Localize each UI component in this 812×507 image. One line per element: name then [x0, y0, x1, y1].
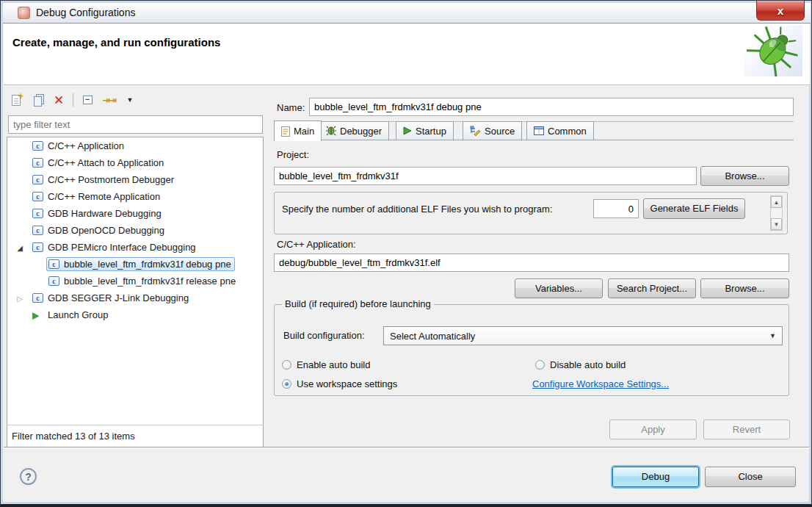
radio-unchecked-icon[interactable]	[535, 360, 545, 370]
radio-label: Use workspace settings	[297, 378, 397, 389]
name-label: Name:	[277, 102, 305, 113]
revert-button[interactable]: Revert	[703, 420, 790, 439]
variables-button[interactable]: Variables...	[515, 278, 603, 298]
application-input[interactable]	[274, 254, 789, 272]
expanded-arrow-icon[interactable]: ◢	[17, 244, 23, 252]
tree-item-label: GDB SEGGER J-Link Debugging	[48, 292, 189, 303]
tree-item-label: GDB PEMicro Interface Debugging	[48, 242, 196, 253]
close-button[interactable]: Close	[705, 467, 796, 487]
disable-auto-build-option[interactable]: Disable auto build	[535, 359, 626, 370]
scroll-up-icon[interactable]: ▲	[771, 196, 782, 208]
build-group: Build (if required) before launching Bui…	[274, 304, 789, 396]
collapsed-arrow-icon[interactable]: ▷	[17, 295, 23, 303]
tree-item-gdb-hardware[interactable]: c GDB Hardware Debugging	[7, 205, 263, 222]
radio-label: Disable auto build	[550, 359, 626, 370]
tab-startup[interactable]: Startup	[396, 121, 454, 140]
app-icon	[18, 7, 30, 19]
selected-tree-item[interactable]: c bubble_level_ftm_frdmkv31f debug pne	[46, 257, 235, 271]
tab-main[interactable]: Main	[274, 121, 322, 141]
header-title: Create, manage, and run configurations	[12, 36, 220, 48]
build-configuration-label: Build configuration:	[283, 330, 365, 341]
tree-item-label: C/C++ Postmortem Debugger	[48, 174, 174, 185]
new-configuration-icon[interactable]: +	[8, 92, 24, 108]
c-source-icon: c	[48, 276, 59, 286]
tree-item-label: GDB OpenOCD Debugging	[48, 225, 164, 236]
project-input[interactable]	[274, 167, 697, 185]
delete-configuration-icon[interactable]: ✕	[51, 92, 67, 108]
filter-input[interactable]	[8, 115, 263, 134]
enable-auto-build-option[interactable]: Enable auto build	[282, 359, 370, 370]
application-label: C/C++ Application:	[277, 239, 356, 250]
radio-label: Enable auto build	[297, 359, 370, 370]
c-source-icon: c	[32, 192, 43, 201]
debug-configurations-dialog: Debug Configurations x Create, manage, a…	[0, 0, 812, 507]
tree-item-cpp-remote[interactable]: c C/C++ Remote Application	[7, 188, 263, 205]
close-window-button[interactable]: x	[756, 1, 805, 21]
collapse-all-icon[interactable]: −	[79, 92, 95, 108]
elf-count-input[interactable]	[593, 199, 639, 218]
radio-unchecked-icon[interactable]	[282, 360, 291, 370]
page-icon	[281, 126, 290, 137]
tree-item-cpp-attach[interactable]: c C/C++ Attach to Application	[7, 154, 263, 171]
build-group-legend: Build (if required) before launching	[282, 298, 434, 309]
c-source-icon: c	[32, 158, 43, 168]
tab-source[interactable]: Source	[463, 121, 522, 140]
configurations-tree[interactable]: c C/C++ Application c C/C++ Attach to Ap…	[7, 137, 264, 425]
combo-dropdown-icon: ▼	[769, 332, 776, 339]
generate-elf-fields-button[interactable]: Generate ELF Fields	[643, 198, 745, 219]
tab-common[interactable]: Common	[526, 121, 594, 140]
elf-group-scrollbar[interactable]: ▲ ▼	[770, 195, 783, 231]
tree-item-label: Launch Group	[48, 309, 108, 320]
tab-label: Debugger	[340, 126, 382, 137]
application-browse-button[interactable]: Browse...	[700, 278, 789, 298]
use-workspace-settings-option[interactable]: Use workspace settings	[282, 378, 397, 389]
project-browse-button[interactable]: Browse...	[700, 166, 789, 186]
tree-item-label: C/C++ Remote Application	[48, 191, 160, 202]
tree-item-label: bubble_level_ftm_frdmkv31f release pne	[64, 276, 236, 287]
elf-files-group: Specify the number of additional ELF Fil…	[274, 192, 788, 234]
build-configuration-value: Select Automatically	[390, 331, 475, 342]
search-project-button[interactable]: Search Project...	[608, 278, 696, 298]
tab-label: Source	[485, 126, 515, 137]
c-source-icon: c	[32, 175, 43, 184]
c-source-icon: c	[32, 209, 43, 218]
configure-workspace-settings-link[interactable]: Configure Workspace Settings...	[532, 378, 669, 389]
bug-icon	[326, 126, 336, 136]
tree-item-bubble-release[interactable]: c bubble_level_ftm_frdmkv31f release pne	[7, 273, 263, 290]
table-icon	[534, 126, 544, 135]
tree-item-gdb-openocd[interactable]: c GDB OpenOCD Debugging	[7, 222, 263, 239]
tab-strip: Main Debugger Startup Source Common	[274, 121, 794, 140]
toolbar-separator	[73, 93, 73, 107]
tree-item-bubble-debug-selected[interactable]: c bubble_level_ftm_frdmkv31f debug pne	[7, 256, 263, 273]
tree-item-label: C/C++ Application	[48, 140, 124, 151]
launch-group-icon: ▶	[32, 310, 43, 320]
tree-item-launch-group[interactable]: ▶ Launch Group	[7, 306, 263, 323]
tab-label: Main	[294, 126, 314, 137]
help-button[interactable]: ?	[20, 468, 37, 485]
build-configuration-select[interactable]: Select Automatically ▼	[383, 326, 783, 345]
apply-button[interactable]: Apply	[609, 420, 697, 439]
tree-item-gdb-pemicro[interactable]: ◢ c GDB PEMicro Interface Debugging	[7, 239, 263, 256]
configurations-toolbar: + ✕ − ⇥⇥ ▼	[8, 90, 155, 109]
duplicate-configuration-icon[interactable]	[29, 92, 46, 108]
tree-item-gdb-segger[interactable]: ▷ c GDB SEGGER J-Link Debugging	[7, 290, 263, 306]
scroll-down-icon[interactable]: ▼	[771, 218, 782, 230]
window-title: Debug Configurations	[36, 7, 135, 18]
tab-label: Startup	[416, 126, 446, 137]
radio-checked-icon[interactable]	[282, 379, 291, 389]
project-label: Project:	[277, 149, 309, 160]
tab-debugger[interactable]: Debugger	[319, 121, 389, 140]
toolbar-menu-arrow-icon[interactable]: ▼	[122, 92, 138, 108]
elf-count-label: Specify the number of additional ELF Fil…	[282, 204, 553, 215]
debug-button[interactable]: Debug	[612, 467, 699, 487]
tree-item-label: bubble_level_ftm_frdmkv31f debug pne	[64, 259, 231, 270]
c-source-icon: c	[32, 141, 43, 151]
filter-configurations-icon[interactable]: ⇥⇥	[101, 92, 117, 108]
dialog-header: Create, manage, and run configurations	[4, 24, 810, 85]
tab-label: Common	[548, 126, 587, 137]
name-input[interactable]	[309, 98, 794, 116]
c-source-icon: c	[32, 242, 43, 252]
tree-item-cpp-postmortem[interactable]: c C/C++ Postmortem Debugger	[7, 171, 263, 188]
tree-item-cpp-application[interactable]: c C/C++ Application	[7, 137, 263, 154]
title-bar[interactable]: Debug Configurations x	[3, 3, 811, 24]
